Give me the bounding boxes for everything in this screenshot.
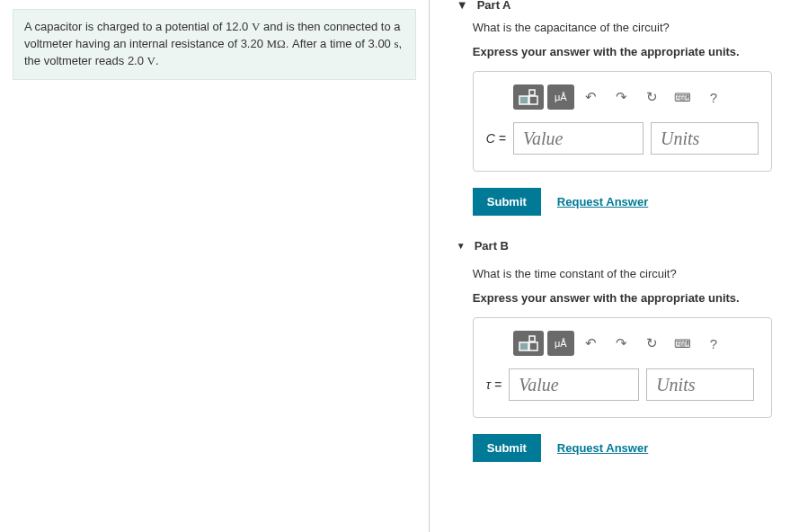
undo-icon[interactable]: ↶ [578, 331, 605, 356]
part-b-header[interactable]: ▼ Part B [448, 232, 772, 258]
part-a-label: Part A [477, 0, 511, 12]
part-b-variable: τ = [486, 377, 502, 392]
left-panel: A capacitor is charged to a potential of… [0, 0, 429, 532]
part-a-submit-row: Submit Request Answer [473, 188, 772, 216]
part-a-input-panel: μÅ ↶ ↷ ↻ ⌨ ? C = [473, 71, 772, 172]
part-b-label: Part B [475, 239, 509, 253]
part-a-header[interactable]: ▼ Part A [448, 0, 772, 12]
part-b-units-input[interactable] [646, 368, 754, 401]
units-picker-button[interactable]: μÅ [547, 331, 574, 356]
svg-rect-1 [529, 96, 537, 104]
part-a-request-answer-link[interactable]: Request Answer [557, 195, 648, 208]
unit-v: V [252, 20, 260, 33]
part-b-input-panel: μÅ ↶ ↷ ↻ ⌨ ? τ = [473, 317, 772, 418]
problem-text: . After a time of 3.00 [286, 37, 395, 50]
part-a-body: What is the capacitance of the circuit? … [448, 12, 772, 232]
undo-icon[interactable]: ↶ [578, 84, 605, 110]
problem-text: A capacitor is charged to a potential of… [24, 20, 252, 33]
svg-rect-2 [529, 90, 535, 95]
redo-icon[interactable]: ↷ [608, 84, 635, 110]
part-b-toolbar: μÅ ↶ ↷ ↻ ⌨ ? [513, 331, 759, 356]
part-a-submit-button[interactable]: Submit [473, 188, 541, 216]
part-b-body: What is the time constant of the circuit… [448, 258, 772, 478]
unit-mohm: MΩ [267, 37, 286, 50]
keyboard-icon[interactable]: ⌨ [670, 84, 697, 110]
reset-icon[interactable]: ↻ [639, 84, 666, 110]
part-b-question: What is the time constant of the circuit… [473, 267, 772, 280]
svg-rect-5 [529, 336, 535, 341]
right-panel: ▼ Part A What is the capacitance of the … [429, 0, 790, 532]
help-icon[interactable]: ? [700, 84, 727, 110]
redo-icon[interactable]: ↷ [608, 331, 635, 356]
template-icon[interactable] [513, 84, 544, 110]
unit-v: V [147, 54, 155, 67]
keyboard-icon[interactable]: ⌨ [670, 331, 697, 356]
svg-rect-0 [519, 96, 528, 104]
units-picker-button[interactable]: μÅ [547, 84, 574, 110]
help-icon[interactable]: ? [700, 331, 727, 356]
part-b-value-input[interactable] [509, 368, 639, 401]
part-b-request-answer-link[interactable]: Request Answer [557, 441, 648, 455]
part-b-answer-row: τ = [486, 368, 759, 401]
part-b-submit-row: Submit Request Answer [473, 434, 772, 462]
reset-icon[interactable]: ↻ [639, 331, 666, 356]
part-a-variable: C = [486, 131, 506, 146]
part-a-instruction: Express your answer with the appropriate… [473, 45, 772, 58]
part-a-toolbar: μÅ ↶ ↷ ↻ ⌨ ? [513, 84, 759, 110]
chevron-down-icon: ▼ [457, 0, 468, 12]
part-b-instruction: Express your answer with the appropriate… [473, 291, 772, 305]
part-a-value-input[interactable] [513, 122, 644, 155]
part-a-question: What is the capacitance of the circuit? [473, 21, 772, 34]
svg-rect-4 [529, 342, 537, 350]
svg-rect-3 [519, 342, 528, 350]
chevron-down-icon: ▼ [457, 241, 466, 251]
template-icon[interactable] [513, 331, 544, 356]
problem-text: . [155, 54, 159, 67]
part-b-submit-button[interactable]: Submit [473, 434, 541, 462]
problem-statement: A capacitor is charged to a potential of… [13, 9, 416, 80]
part-a-answer-row: C = [486, 122, 759, 155]
part-a-units-input[interactable] [651, 122, 759, 155]
